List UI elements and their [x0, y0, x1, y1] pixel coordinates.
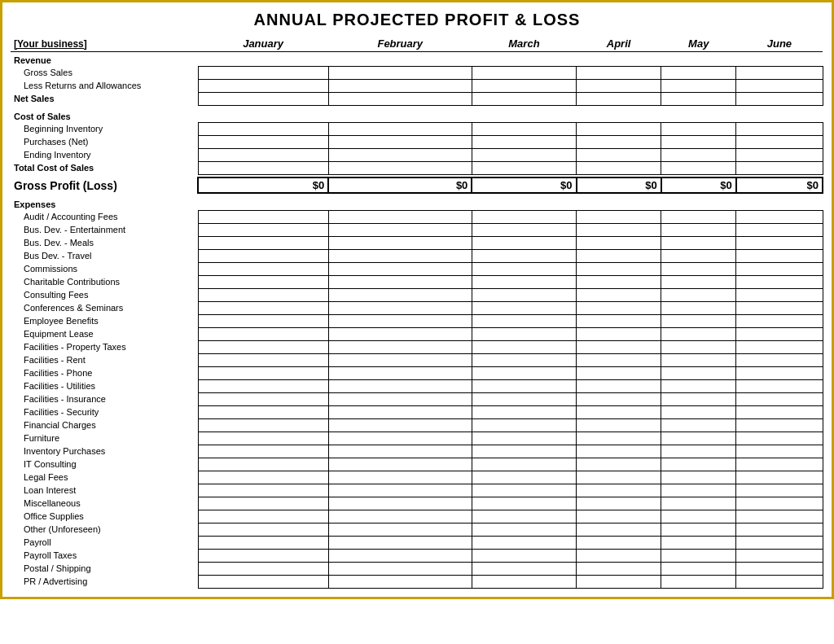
data-cell[interactable]	[328, 549, 472, 562]
data-cell[interactable]	[472, 210, 576, 223]
data-cell[interactable]	[472, 458, 576, 471]
data-cell[interactable]	[198, 405, 328, 418]
data-cell[interactable]	[198, 249, 328, 262]
data-cell[interactable]	[661, 275, 736, 288]
data-cell[interactable]	[577, 135, 661, 148]
data-cell[interactable]	[472, 314, 576, 327]
data-cell[interactable]	[661, 497, 736, 510]
data-cell[interactable]	[328, 536, 472, 549]
data-cell[interactable]	[577, 122, 661, 135]
data-cell[interactable]	[661, 249, 736, 262]
data-cell[interactable]	[661, 536, 736, 549]
data-cell[interactable]	[736, 392, 823, 405]
data-cell[interactable]	[328, 148, 472, 161]
data-cell[interactable]	[198, 210, 328, 223]
data-cell[interactable]	[328, 301, 472, 314]
data-cell[interactable]	[661, 432, 736, 445]
data-cell[interactable]	[198, 301, 328, 314]
data-cell[interactable]	[661, 210, 736, 223]
data-cell[interactable]	[661, 405, 736, 418]
data-cell[interactable]	[577, 275, 661, 288]
data-cell[interactable]	[472, 523, 576, 536]
data-cell[interactable]	[328, 122, 472, 135]
data-cell[interactable]	[736, 301, 823, 314]
data-cell[interactable]	[472, 575, 576, 588]
data-cell[interactable]	[328, 445, 472, 458]
data-cell[interactable]	[328, 340, 472, 353]
data-cell[interactable]	[661, 418, 736, 432]
data-cell[interactable]	[328, 92, 472, 105]
data-cell[interactable]	[736, 223, 823, 236]
data-cell[interactable]	[328, 135, 472, 148]
data-cell[interactable]	[736, 314, 823, 327]
data-cell[interactable]	[198, 392, 328, 405]
data-cell[interactable]	[736, 79, 823, 92]
data-cell[interactable]	[472, 288, 576, 301]
data-cell[interactable]	[577, 314, 661, 327]
data-cell[interactable]	[198, 497, 328, 510]
data-cell[interactable]	[736, 210, 823, 223]
data-cell[interactable]	[472, 510, 576, 523]
data-cell[interactable]	[736, 340, 823, 353]
data-cell[interactable]	[328, 379, 472, 392]
data-cell[interactable]	[472, 497, 576, 510]
data-cell[interactable]	[577, 471, 661, 484]
data-cell[interactable]	[736, 262, 823, 275]
data-cell[interactable]	[328, 161, 472, 174]
data-cell[interactable]	[472, 135, 576, 148]
gross-profit-cell[interactable]: $0	[577, 177, 661, 193]
data-cell[interactable]	[198, 161, 328, 174]
data-cell[interactable]	[661, 353, 736, 366]
gross-profit-cell[interactable]: $0	[736, 177, 823, 193]
data-cell[interactable]	[472, 379, 576, 392]
gross-profit-cell[interactable]: $0	[328, 177, 472, 193]
data-cell[interactable]	[577, 392, 661, 405]
data-cell[interactable]	[198, 575, 328, 588]
data-cell[interactable]	[328, 575, 472, 588]
data-cell[interactable]	[577, 379, 661, 392]
data-cell[interactable]	[577, 445, 661, 458]
data-cell[interactable]	[472, 223, 576, 236]
data-cell[interactable]	[198, 418, 328, 432]
data-cell[interactable]	[661, 484, 736, 497]
data-cell[interactable]	[661, 562, 736, 575]
data-cell[interactable]	[198, 122, 328, 135]
data-cell[interactable]	[198, 148, 328, 161]
data-cell[interactable]	[328, 432, 472, 445]
data-cell[interactable]	[198, 262, 328, 275]
data-cell[interactable]	[577, 366, 661, 379]
data-cell[interactable]	[577, 484, 661, 497]
data-cell[interactable]	[661, 288, 736, 301]
data-cell[interactable]	[736, 562, 823, 575]
data-cell[interactable]	[198, 432, 328, 445]
data-cell[interactable]	[198, 92, 328, 105]
data-cell[interactable]	[736, 379, 823, 392]
data-cell[interactable]	[736, 327, 823, 340]
data-cell[interactable]	[736, 288, 823, 301]
data-cell[interactable]	[661, 66, 736, 79]
data-cell[interactable]	[661, 575, 736, 588]
data-cell[interactable]	[198, 536, 328, 549]
data-cell[interactable]	[577, 288, 661, 301]
data-cell[interactable]	[577, 575, 661, 588]
data-cell[interactable]	[472, 327, 576, 340]
data-cell[interactable]	[736, 249, 823, 262]
data-cell[interactable]	[328, 275, 472, 288]
data-cell[interactable]	[736, 432, 823, 445]
data-cell[interactable]	[577, 223, 661, 236]
data-cell[interactable]	[328, 79, 472, 92]
data-cell[interactable]	[661, 79, 736, 92]
data-cell[interactable]	[198, 353, 328, 366]
gross-profit-cell[interactable]: $0	[472, 177, 576, 193]
data-cell[interactable]	[661, 366, 736, 379]
data-cell[interactable]	[577, 79, 661, 92]
data-cell[interactable]	[328, 366, 472, 379]
data-cell[interactable]	[328, 236, 472, 249]
data-cell[interactable]	[198, 484, 328, 497]
data-cell[interactable]	[736, 523, 823, 536]
data-cell[interactable]	[198, 523, 328, 536]
data-cell[interactable]	[472, 432, 576, 445]
data-cell[interactable]	[198, 366, 328, 379]
data-cell[interactable]	[328, 327, 472, 340]
data-cell[interactable]	[661, 262, 736, 275]
